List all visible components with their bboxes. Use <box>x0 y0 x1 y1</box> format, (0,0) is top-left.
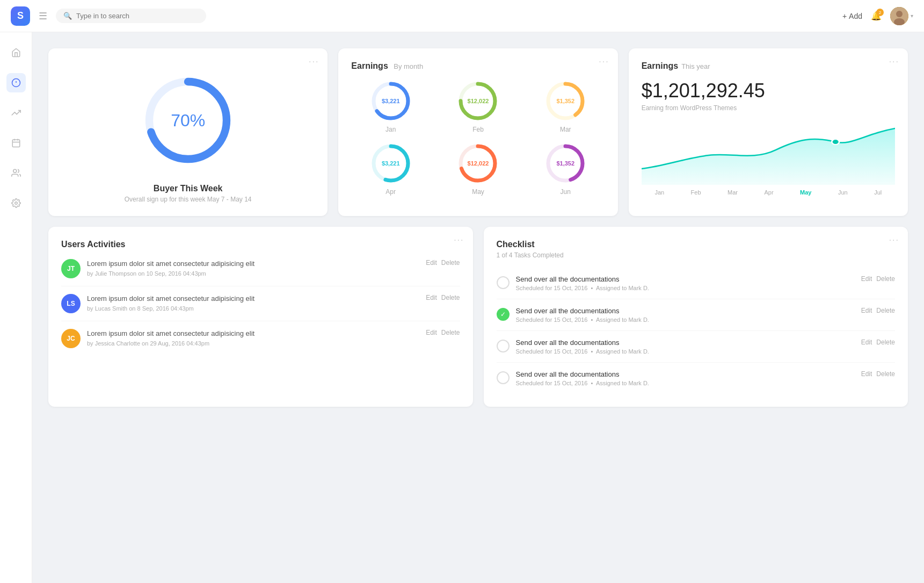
mini-month-label: Apr <box>385 188 396 196</box>
month-item-jun: $1,352 Jun <box>526 142 605 196</box>
edit-link[interactable]: Edit <box>426 259 437 267</box>
sidebar-item-home[interactable] <box>6 43 26 62</box>
menu-icon[interactable]: ☰ <box>39 10 47 22</box>
chart-label-jan: Jan <box>654 189 664 196</box>
buyer-card-menu[interactable]: ··· <box>309 57 319 67</box>
sidebar-item-earnings[interactable] <box>6 73 26 92</box>
bottom-row: ··· Users Activities JT Lorem ipsum dolo… <box>48 227 908 407</box>
mini-donut-value: $1,352 <box>556 98 574 104</box>
checklist-list: Send over all the documentations Schedul… <box>497 268 896 394</box>
checklist-edit-link[interactable]: Edit <box>861 339 872 346</box>
checklist-content: Send over all the documentations Schedul… <box>516 275 861 291</box>
earnings-by-month-card: ··· Earnings By month $3,221 Jan $12,022… <box>338 48 617 216</box>
main-content: ··· 70% Buyer This Week Overall sign up … <box>32 32 924 583</box>
sidebar-item-settings[interactable] <box>6 193 26 213</box>
earnings-chart <box>642 120 895 185</box>
avatar <box>890 7 908 25</box>
sidebar-item-users[interactable] <box>6 163 26 183</box>
activity-actions: Edit Delete <box>426 259 460 267</box>
earnings-month-title: Earnings <box>351 61 388 70</box>
check-circle[interactable] <box>497 276 510 289</box>
checklist-delete-link[interactable]: Delete <box>876 370 895 378</box>
checklist-actions: Edit Delete <box>861 339 895 346</box>
delete-link[interactable]: Delete <box>441 259 460 267</box>
activities-list: JT Lorem ipsum dolor sit amet consectetu… <box>61 251 460 356</box>
svg-point-26 <box>832 139 839 145</box>
activity-avatar: JT <box>61 259 81 278</box>
mini-donut: $12,022 <box>456 142 499 185</box>
check-circle[interactable] <box>497 340 510 352</box>
activity-item: JC Lorem ipsum dolor sit amet consectetu… <box>61 321 460 356</box>
sidebar <box>0 32 32 583</box>
checklist-edit-link[interactable]: Edit <box>861 307 872 314</box>
mini-donut-value: $3,221 <box>382 160 400 167</box>
top-cards-row: ··· 70% Buyer This Week Overall sign up … <box>48 48 908 216</box>
earnings-amount: $1,201,292.45 <box>642 80 895 102</box>
checklist-edit-link[interactable]: Edit <box>861 370 872 378</box>
chart-labels: JanFebMarAprMayJunJul <box>642 189 895 196</box>
checklist-item-title: Send over all the documentations <box>516 370 861 378</box>
checklist-content: Send over all the documentations Schedul… <box>516 370 861 386</box>
search-input[interactable] <box>76 12 199 20</box>
checklist-item-title: Send over all the documentations <box>516 339 861 347</box>
checklist-item-title: Send over all the documentations <box>516 275 861 283</box>
earnings-year-menu[interactable]: ··· <box>889 57 899 67</box>
checklist-item-meta: Scheduled for 15 Oct, 2016 • Assigned to… <box>516 380 861 386</box>
buyer-percentage: 70% <box>171 111 205 131</box>
checklist-menu[interactable]: ··· <box>889 235 899 245</box>
checklist-delete-link[interactable]: Delete <box>876 307 895 314</box>
chart-label-mar: Mar <box>727 189 738 196</box>
earnings-month-menu[interactable]: ··· <box>599 57 609 67</box>
users-activities-card: ··· Users Activities JT Lorem ipsum dolo… <box>48 227 473 407</box>
monthly-grid: $3,221 Jan $12,022 Feb $1,352 Mar $ <box>351 80 605 196</box>
app-logo: S <box>11 6 30 26</box>
activity-actions: Edit Delete <box>426 294 460 301</box>
check-circle[interactable]: ✓ <box>497 308 510 321</box>
checklist-item: Send over all the documentations Schedul… <box>497 363 896 394</box>
month-item-mar: $1,352 Mar <box>526 80 605 133</box>
check-circle[interactable] <box>497 371 510 384</box>
activity-meta: by Lucas Smith on 8 Sep, 2016 04:43pm <box>87 305 426 312</box>
mini-donut-value: $12,022 <box>468 98 489 104</box>
mini-donut-value: $3,221 <box>382 98 400 104</box>
buyer-donut: 70% <box>140 72 236 169</box>
checklist-item-meta: Scheduled for 15 Oct, 2016 • Assigned to… <box>516 348 861 355</box>
edit-link[interactable]: Edit <box>426 329 437 336</box>
search-icon: 🔍 <box>63 12 72 20</box>
search-bar: 🔍 <box>56 9 206 23</box>
topbar: S ☰ 🔍 + Add 🔔 2 ▾ <box>0 0 924 32</box>
checklist-item: Send over all the documentations Schedul… <box>497 331 896 363</box>
add-button[interactable]: + Add <box>842 12 862 20</box>
month-item-feb: $12,022 Feb <box>439 80 518 133</box>
mini-donut-value: $12,022 <box>468 160 489 167</box>
activity-meta: by Julie Thompson on 10 Sep, 2016 04:43p… <box>87 270 426 277</box>
activity-content: Lorem ipsum dolor sit amet consectetur a… <box>87 329 426 347</box>
checklist-card: ··· Checklist 1 of 4 Tasks Completed Sen… <box>484 227 908 407</box>
chevron-down-icon: ▾ <box>911 13 913 19</box>
notification-badge: 2 <box>876 9 884 16</box>
svg-point-1 <box>896 11 903 17</box>
chart-label-feb: Feb <box>691 189 701 196</box>
checklist-delete-link[interactable]: Delete <box>876 275 895 283</box>
chart-label-jul: Jul <box>874 189 882 196</box>
checklist-delete-link[interactable]: Delete <box>876 339 895 346</box>
delete-link[interactable]: Delete <box>441 294 460 301</box>
mini-month-label: Mar <box>560 126 571 133</box>
delete-link[interactable]: Delete <box>441 329 460 336</box>
notification-icon[interactable]: 🔔 2 <box>871 11 882 21</box>
edit-link[interactable]: Edit <box>426 294 437 301</box>
checklist-actions: Edit Delete <box>861 307 895 314</box>
checklist-edit-link[interactable]: Edit <box>861 275 872 283</box>
month-item-apr: $3,221 Apr <box>351 142 430 196</box>
activities-menu[interactable]: ··· <box>454 235 464 245</box>
buyer-subtitle: Overall sign up for this week May 7 - Ma… <box>125 196 252 203</box>
user-menu[interactable]: ▾ <box>890 7 913 25</box>
buyer-title: Buyer This Week <box>154 184 223 193</box>
activity-content: Lorem ipsum dolor sit amet consectetur a… <box>87 259 426 277</box>
sidebar-item-calendar[interactable] <box>6 133 26 153</box>
activity-content: Lorem ipsum dolor sit amet consectetur a… <box>87 294 426 312</box>
mini-month-label: Jan <box>385 126 396 133</box>
activity-meta: by Jessica Charlotte on 29 Aug, 2016 04:… <box>87 340 426 347</box>
sidebar-item-analytics[interactable] <box>6 103 26 123</box>
svg-point-10 <box>13 169 16 172</box>
